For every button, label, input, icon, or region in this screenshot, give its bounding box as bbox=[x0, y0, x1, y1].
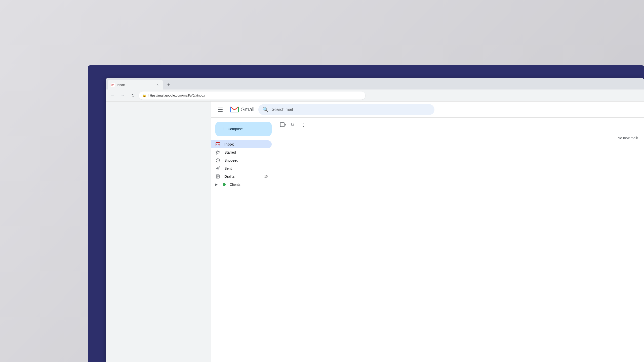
gmail-body: + Compose Inbox bbox=[211, 118, 644, 362]
tab-favicon: M bbox=[111, 83, 115, 87]
hamburger-line bbox=[218, 108, 223, 108]
select-chevron-icon[interactable]: ▾ bbox=[285, 123, 286, 126]
snoozed-icon bbox=[215, 158, 220, 163]
sent-icon bbox=[215, 166, 220, 171]
sidebar-item-sent[interactable]: Sent bbox=[211, 164, 272, 172]
tab-bar: M Inbox × + bbox=[106, 78, 644, 89]
snoozed-label: Snoozed bbox=[224, 158, 268, 162]
compose-label: Compose bbox=[228, 127, 243, 131]
search-icon: 🔍 bbox=[262, 107, 269, 113]
inbox-label: Inbox bbox=[224, 142, 268, 146]
gmail-header: Gmail 🔍 Search mail bbox=[211, 102, 644, 118]
sidebar-item-inbox[interactable]: Inbox bbox=[211, 140, 272, 148]
gmail-app: Gmail 🔍 Search mail + Compose bbox=[211, 102, 644, 362]
expand-arrow-icon: ▶ bbox=[215, 183, 218, 186]
compose-button[interactable]: + Compose bbox=[215, 122, 272, 136]
starred-icon bbox=[215, 150, 220, 155]
sidebar-item-starred[interactable]: Starred bbox=[211, 148, 272, 156]
sidebar-item-snoozed[interactable]: Snoozed bbox=[211, 156, 272, 164]
more-options-button[interactable]: ⋮ bbox=[298, 120, 308, 130]
url-bar[interactable]: 🔒 https://mail.google.com/mail/u/0/#inbo… bbox=[139, 92, 365, 100]
sidebar: + Compose Inbox bbox=[211, 118, 276, 362]
browser-window: M Inbox × + ← → ↻ 🔒 https://mail.google.… bbox=[106, 78, 644, 362]
sent-label: Sent bbox=[224, 166, 268, 170]
clients-dot-icon bbox=[223, 183, 226, 186]
tab-title: Inbox bbox=[117, 83, 153, 87]
refresh-button[interactable]: ↻ bbox=[129, 92, 137, 100]
forward-button[interactable]: → bbox=[119, 92, 127, 100]
no-new-mail-text: No new mail! bbox=[618, 136, 638, 140]
search-bar[interactable]: 🔍 Search mail bbox=[258, 104, 434, 115]
inbox-icon bbox=[215, 142, 220, 147]
url-text: https://mail.google.com/mail/u/0/#inbox bbox=[148, 94, 205, 97]
svg-text:M: M bbox=[111, 84, 113, 86]
drafts-count: 15 bbox=[264, 175, 268, 178]
active-tab[interactable]: M Inbox × bbox=[108, 80, 163, 89]
drafts-icon bbox=[215, 174, 220, 179]
gmail-wordmark: Gmail bbox=[240, 106, 254, 113]
select-all-area[interactable]: ▾ bbox=[280, 122, 286, 127]
email-list-area: ▾ ↻ ⋮ No new mail! bbox=[276, 118, 644, 362]
search-placeholder: Search mail bbox=[272, 107, 293, 112]
starred-label: Starred bbox=[224, 150, 268, 154]
clients-label: Clients bbox=[230, 183, 268, 187]
gmail-m-icon bbox=[229, 106, 239, 113]
hamburger-button[interactable] bbox=[215, 105, 225, 115]
select-all-checkbox[interactable] bbox=[280, 122, 285, 127]
lock-icon: 🔒 bbox=[142, 94, 146, 97]
drafts-label: Drafts bbox=[224, 174, 260, 178]
hamburger-line bbox=[218, 111, 223, 112]
new-tab-button[interactable]: + bbox=[164, 80, 173, 89]
compose-icon: + bbox=[221, 126, 225, 132]
sidebar-item-drafts[interactable]: Drafts 15 bbox=[211, 172, 272, 180]
back-button[interactable]: ← bbox=[109, 92, 117, 100]
empty-state-message: No new mail! bbox=[276, 132, 644, 144]
tab-close-button[interactable]: × bbox=[155, 82, 160, 87]
email-toolbar: ▾ ↻ ⋮ bbox=[276, 118, 644, 132]
address-bar-area: ← → ↻ 🔒 https://mail.google.com/mail/u/0… bbox=[106, 89, 644, 102]
refresh-emails-button[interactable]: ↻ bbox=[287, 120, 297, 130]
gmail-logo: Gmail bbox=[229, 106, 254, 113]
hamburger-line bbox=[218, 109, 223, 110]
sidebar-item-clients[interactable]: ▶ Clients bbox=[211, 180, 272, 189]
